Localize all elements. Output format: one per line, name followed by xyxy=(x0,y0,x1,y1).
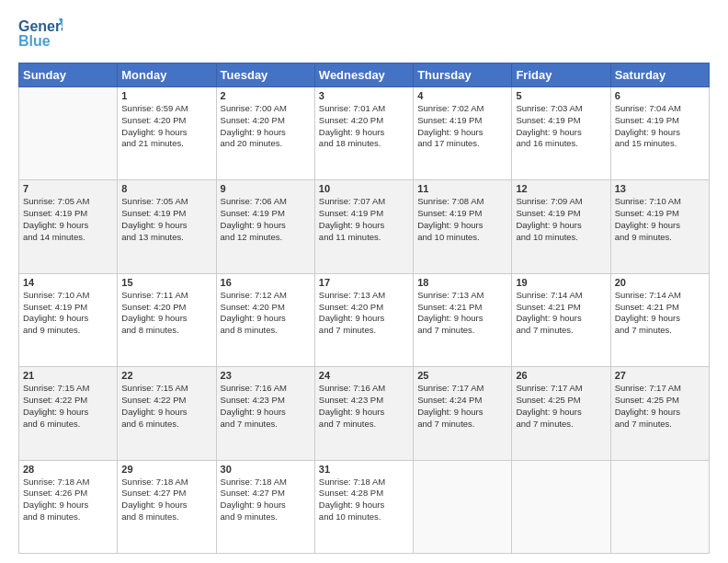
day-number: 8 xyxy=(121,183,211,194)
cell-content: Sunrise: 7:07 AM Sunset: 4:19 PM Dayligh… xyxy=(319,196,409,243)
day-number: 6 xyxy=(615,90,705,101)
cell-content: Sunrise: 7:15 AM Sunset: 4:22 PM Dayligh… xyxy=(121,383,211,430)
day-number: 13 xyxy=(615,183,705,194)
cell-content: Sunrise: 7:01 AM Sunset: 4:20 PM Dayligh… xyxy=(319,103,409,150)
calendar-cell: 29Sunrise: 7:18 AM Sunset: 4:27 PM Dayli… xyxy=(118,460,216,553)
calendar-cell: 30Sunrise: 7:18 AM Sunset: 4:27 PM Dayli… xyxy=(216,460,314,553)
cell-content: Sunrise: 7:17 AM Sunset: 4:25 PM Dayligh… xyxy=(615,383,705,430)
calendar-cell: 14Sunrise: 7:10 AM Sunset: 4:19 PM Dayli… xyxy=(19,273,118,366)
cell-content: Sunrise: 7:05 AM Sunset: 4:19 PM Dayligh… xyxy=(121,196,211,243)
col-header-sunday: Sunday xyxy=(19,63,118,87)
cell-content: Sunrise: 7:06 AM Sunset: 4:19 PM Dayligh… xyxy=(221,196,311,243)
cell-content: Sunrise: 7:15 AM Sunset: 4:22 PM Dayligh… xyxy=(23,383,113,430)
cell-content: Sunrise: 7:10 AM Sunset: 4:19 PM Dayligh… xyxy=(615,196,705,243)
day-number: 23 xyxy=(221,370,311,381)
calendar-cell: 2Sunrise: 7:00 AM Sunset: 4:20 PM Daylig… xyxy=(216,87,314,180)
cell-content: Sunrise: 7:09 AM Sunset: 4:19 PM Dayligh… xyxy=(516,196,606,243)
day-number: 16 xyxy=(221,277,311,288)
col-header-monday: Monday xyxy=(118,63,216,87)
day-number: 3 xyxy=(319,90,409,101)
cell-content: Sunrise: 7:16 AM Sunset: 4:23 PM Dayligh… xyxy=(221,383,311,430)
calendar-cell: 5Sunrise: 7:03 AM Sunset: 4:19 PM Daylig… xyxy=(512,87,610,180)
cell-content: Sunrise: 7:14 AM Sunset: 4:21 PM Dayligh… xyxy=(516,290,606,337)
day-number: 19 xyxy=(516,277,606,288)
day-number: 7 xyxy=(23,183,113,194)
day-number: 14 xyxy=(23,277,113,288)
calendar-cell: 21Sunrise: 7:15 AM Sunset: 4:22 PM Dayli… xyxy=(19,367,118,460)
calendar-week-1: 7Sunrise: 7:05 AM Sunset: 4:19 PM Daylig… xyxy=(19,180,710,273)
page: General Blue SundayMondayTuesdayWednesda… xyxy=(0,0,728,563)
cell-content: Sunrise: 7:02 AM Sunset: 4:19 PM Dayligh… xyxy=(417,103,507,150)
calendar-cell: 19Sunrise: 7:14 AM Sunset: 4:21 PM Dayli… xyxy=(512,273,610,366)
calendar-cell: 16Sunrise: 7:12 AM Sunset: 4:20 PM Dayli… xyxy=(216,273,314,366)
calendar-cell xyxy=(610,460,709,553)
day-number: 21 xyxy=(23,370,113,381)
calendar-cell: 18Sunrise: 7:13 AM Sunset: 4:21 PM Dayli… xyxy=(414,273,512,366)
calendar-cell: 25Sunrise: 7:17 AM Sunset: 4:24 PM Dayli… xyxy=(414,367,512,460)
calendar-cell: 26Sunrise: 7:17 AM Sunset: 4:25 PM Dayli… xyxy=(512,367,610,460)
cell-content: Sunrise: 7:03 AM Sunset: 4:19 PM Dayligh… xyxy=(516,103,606,150)
calendar-cell: 8Sunrise: 7:05 AM Sunset: 4:19 PM Daylig… xyxy=(118,180,216,273)
calendar-cell: 6Sunrise: 7:04 AM Sunset: 4:19 PM Daylig… xyxy=(610,87,709,180)
calendar-cell: 23Sunrise: 7:16 AM Sunset: 4:23 PM Dayli… xyxy=(216,367,314,460)
cell-content: Sunrise: 7:13 AM Sunset: 4:20 PM Dayligh… xyxy=(319,290,409,337)
cell-content: Sunrise: 7:05 AM Sunset: 4:19 PM Dayligh… xyxy=(23,196,113,243)
calendar-cell: 22Sunrise: 7:15 AM Sunset: 4:22 PM Dayli… xyxy=(118,367,216,460)
cell-content: Sunrise: 7:11 AM Sunset: 4:20 PM Dayligh… xyxy=(121,290,211,337)
day-number: 22 xyxy=(121,370,211,381)
cell-content: Sunrise: 7:04 AM Sunset: 4:19 PM Dayligh… xyxy=(615,103,705,150)
cell-content: Sunrise: 7:18 AM Sunset: 4:27 PM Dayligh… xyxy=(221,477,311,523)
calendar: SundayMondayTuesdayWednesdayThursdayFrid… xyxy=(18,63,710,554)
col-header-friday: Friday xyxy=(512,63,610,87)
day-number: 12 xyxy=(516,183,606,194)
day-number: 24 xyxy=(319,370,409,381)
day-number: 28 xyxy=(23,464,113,475)
day-number: 5 xyxy=(516,90,606,101)
cell-content: Sunrise: 7:10 AM Sunset: 4:19 PM Dayligh… xyxy=(23,290,113,337)
calendar-cell: 31Sunrise: 7:18 AM Sunset: 4:28 PM Dayli… xyxy=(314,460,413,553)
calendar-week-0: 1Sunrise: 6:59 AM Sunset: 4:20 PM Daylig… xyxy=(19,87,710,180)
day-number: 18 xyxy=(417,277,507,288)
cell-content: Sunrise: 7:13 AM Sunset: 4:21 PM Dayligh… xyxy=(417,290,507,337)
calendar-cell: 15Sunrise: 7:11 AM Sunset: 4:20 PM Dayli… xyxy=(118,273,216,366)
calendar-cell: 9Sunrise: 7:06 AM Sunset: 4:19 PM Daylig… xyxy=(216,180,314,273)
day-number: 30 xyxy=(221,464,311,475)
day-number: 11 xyxy=(417,183,507,194)
calendar-week-3: 21Sunrise: 7:15 AM Sunset: 4:22 PM Dayli… xyxy=(19,367,710,460)
cell-content: Sunrise: 7:18 AM Sunset: 4:27 PM Dayligh… xyxy=(121,477,211,523)
cell-content: Sunrise: 7:16 AM Sunset: 4:23 PM Dayligh… xyxy=(319,383,409,430)
day-number: 17 xyxy=(319,277,409,288)
calendar-cell: 10Sunrise: 7:07 AM Sunset: 4:19 PM Dayli… xyxy=(314,180,413,273)
calendar-cell xyxy=(512,460,610,553)
col-header-saturday: Saturday xyxy=(610,63,709,87)
cell-content: Sunrise: 7:18 AM Sunset: 4:28 PM Dayligh… xyxy=(319,477,409,523)
calendar-cell: 28Sunrise: 7:18 AM Sunset: 4:26 PM Dayli… xyxy=(19,460,118,553)
calendar-cell: 12Sunrise: 7:09 AM Sunset: 4:19 PM Dayli… xyxy=(512,180,610,273)
day-number: 15 xyxy=(121,277,211,288)
calendar-cell: 3Sunrise: 7:01 AM Sunset: 4:20 PM Daylig… xyxy=(314,87,413,180)
cell-content: Sunrise: 7:00 AM Sunset: 4:20 PM Dayligh… xyxy=(221,103,311,150)
day-number: 31 xyxy=(319,464,409,475)
logo: General Blue xyxy=(18,15,63,55)
col-header-thursday: Thursday xyxy=(414,63,512,87)
calendar-cell: 24Sunrise: 7:16 AM Sunset: 4:23 PM Dayli… xyxy=(314,367,413,460)
day-number: 10 xyxy=(319,183,409,194)
cell-content: Sunrise: 7:18 AM Sunset: 4:26 PM Dayligh… xyxy=(23,477,113,523)
day-number: 29 xyxy=(121,464,211,475)
calendar-week-4: 28Sunrise: 7:18 AM Sunset: 4:26 PM Dayli… xyxy=(19,460,710,553)
calendar-week-2: 14Sunrise: 7:10 AM Sunset: 4:19 PM Dayli… xyxy=(19,273,710,366)
calendar-cell: 11Sunrise: 7:08 AM Sunset: 4:19 PM Dayli… xyxy=(414,180,512,273)
calendar-cell: 1Sunrise: 6:59 AM Sunset: 4:20 PM Daylig… xyxy=(118,87,216,180)
cell-content: Sunrise: 7:14 AM Sunset: 4:21 PM Dayligh… xyxy=(615,290,705,337)
svg-text:General: General xyxy=(18,18,63,34)
calendar-cell xyxy=(19,87,118,180)
day-number: 25 xyxy=(417,370,507,381)
cell-content: Sunrise: 7:17 AM Sunset: 4:25 PM Dayligh… xyxy=(516,383,606,430)
logo-icon: General Blue xyxy=(18,15,63,52)
calendar-cell: 13Sunrise: 7:10 AM Sunset: 4:19 PM Dayli… xyxy=(610,180,709,273)
cell-content: Sunrise: 7:08 AM Sunset: 4:19 PM Dayligh… xyxy=(417,196,507,243)
calendar-cell: 20Sunrise: 7:14 AM Sunset: 4:21 PM Dayli… xyxy=(610,273,709,366)
day-number: 9 xyxy=(221,183,311,194)
day-number: 26 xyxy=(516,370,606,381)
day-number: 20 xyxy=(615,277,705,288)
